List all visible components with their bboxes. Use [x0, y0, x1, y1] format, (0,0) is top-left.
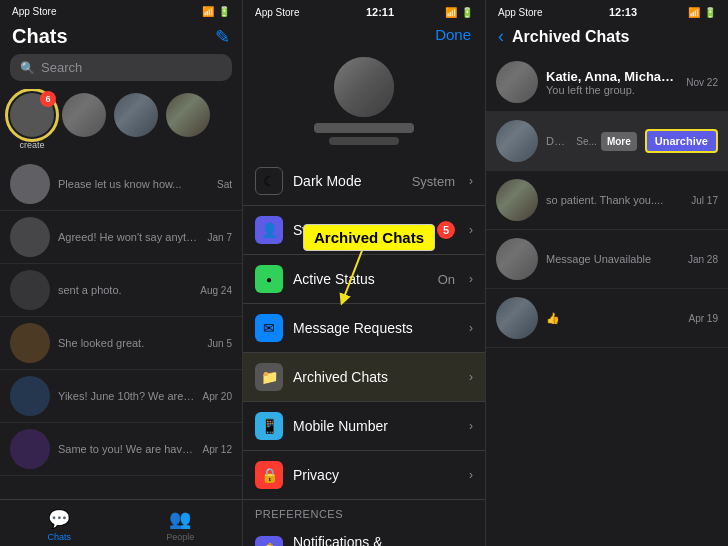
archived-preview-1: You left the group. — [546, 84, 678, 96]
chat-item-3[interactable]: sent a photo. Aug 24 — [0, 264, 242, 317]
switch-account-icon: 👤 — [255, 216, 283, 244]
story-item-2[interactable] — [62, 93, 106, 150]
settings-item-notifications[interactable]: 🔔 Notifications & Sounds Off › — [243, 524, 485, 546]
archived-title: Archived Chats — [512, 28, 716, 46]
notifications-icon: 🔔 — [255, 536, 283, 546]
panel-archived: App Store 12:13 📶 🔋 ‹ Archived Chats Kat… — [486, 0, 728, 546]
done-button[interactable]: Done — [435, 26, 471, 43]
archived-meta-5: Apr 19 — [689, 313, 718, 324]
unarchive-button[interactable]: Unarchive — [645, 129, 718, 153]
chat-content-3: sent a photo. — [58, 284, 192, 296]
archived-meta-1: Nov 22 — [686, 77, 718, 88]
settings-header: Done — [243, 22, 485, 49]
settings-item-message-requests[interactable]: ✉ Message Requests › — [243, 304, 485, 353]
chats-tab-label: Chats — [48, 532, 72, 542]
chat-meta-5: Apr 20 — [203, 391, 232, 402]
wifi-icon-p1: 🔋 — [218, 6, 230, 17]
signal-icon-p1: 📶 — [202, 6, 214, 17]
chat-content-4: She looked great. — [58, 337, 200, 349]
archived-item-1[interactable]: Katie, Anna, Michael, Richard You left t… — [486, 53, 728, 112]
settings-item-active-status[interactable]: ● Active Status On › — [243, 255, 485, 304]
back-button[interactable]: ‹ — [498, 26, 504, 47]
dark-mode-label: Dark Mode — [293, 173, 402, 189]
archived-item-4[interactable]: Message Unavailable Jan 28 — [486, 230, 728, 289]
tab-people[interactable]: 👥 People — [166, 508, 194, 542]
carrier-p2: App Store — [255, 7, 315, 18]
chats-tab-icon: 💬 — [48, 508, 70, 530]
archived-preview-3: so patient. Thank you.... — [546, 194, 683, 206]
chat-avatar-5 — [10, 376, 50, 416]
dark-mode-value: System — [412, 174, 455, 189]
profile-sub-bar — [329, 137, 399, 145]
chat-content-6: Same to you! We are having... — [58, 443, 195, 455]
archived-item-2[interactable]: Dont spoil that precious baby... Se... M… — [486, 112, 728, 171]
chat-avatar-3 — [10, 270, 50, 310]
chat-list: Please let us know how... Sat Agreed! He… — [0, 158, 242, 499]
more-button[interactable]: More — [601, 132, 637, 151]
active-status-icon: ● — [255, 265, 283, 293]
mobile-number-chevron: › — [469, 419, 473, 433]
status-icons-p3: 📶 🔋 — [688, 7, 716, 18]
archived-content-5: 👍 — [546, 312, 681, 325]
archived-item-3[interactable]: so patient. Thank you.... Jul 17 — [486, 171, 728, 230]
chat-item-6[interactable]: Same to you! We are having... Apr 12 — [0, 423, 242, 476]
chat-meta-6: Apr 12 — [203, 444, 232, 455]
status-bar-p2: App Store 12:11 📶 🔋 — [243, 0, 485, 22]
search-bar[interactable]: 🔍 Search — [10, 54, 232, 81]
archived-avatar-1 — [496, 61, 538, 103]
chat-meta-1: Sat — [217, 179, 232, 190]
archived-item-5[interactable]: 👍 Apr 19 — [486, 289, 728, 348]
status-bar-p1: App Store 📶 🔋 — [0, 0, 242, 21]
archived-chats-icon: 📁 — [255, 363, 283, 391]
panel-settings: App Store 12:11 📶 🔋 Done ☾ Dark Mode Sys… — [243, 0, 486, 546]
story-badge: 6 — [40, 91, 56, 107]
archived-chats-label: Archived Chats — [293, 369, 459, 385]
message-requests-icon: ✉ — [255, 314, 283, 342]
story-avatar-3 — [114, 93, 158, 137]
story-avatar-2 — [62, 93, 106, 137]
archived-content-3: so patient. Thank you.... — [546, 194, 683, 206]
preferences-header: PREFERENCES — [243, 500, 485, 524]
chat-preview-5: Yikes! June 10th? We are ex... — [58, 390, 195, 402]
chat-item-5[interactable]: Yikes! June 10th? We are ex... Apr 20 — [0, 370, 242, 423]
archived-meta-2: Se... — [576, 136, 597, 147]
message-requests-label: Message Requests — [293, 320, 459, 336]
chat-preview-4: She looked great. — [58, 337, 200, 349]
mobile-number-label: Mobile Number — [293, 418, 459, 434]
bottom-tabs: 💬 Chats 👥 People — [0, 499, 242, 546]
chat-content-1: Please let us know how... — [58, 178, 209, 190]
chat-preview-2: Agreed! He won't say anything... — [58, 231, 200, 243]
active-status-value: On — [438, 272, 455, 287]
story-label-create: create — [19, 140, 44, 150]
carrier-p3: App Store — [498, 7, 558, 18]
tab-chats[interactable]: 💬 Chats — [48, 508, 72, 542]
settings-item-archived-chats[interactable]: 📁 Archived Chats › — [243, 353, 485, 402]
story-item-create[interactable]: 6 create — [10, 93, 54, 150]
chat-meta-4: Jun 5 — [208, 338, 232, 349]
story-item-3[interactable] — [114, 93, 158, 150]
archived-preview-4: Message Unavailable — [546, 253, 680, 265]
chat-item-1[interactable]: Please let us know how... Sat — [0, 158, 242, 211]
story-item-4[interactable] — [166, 93, 210, 150]
settings-item-mobile-number[interactable]: 📱 Mobile Number › — [243, 402, 485, 451]
chat-item-4[interactable]: She looked great. Jun 5 — [0, 317, 242, 370]
settings-item-dark-mode[interactable]: ☾ Dark Mode System › — [243, 157, 485, 206]
profile-avatar-inner — [334, 57, 394, 117]
dark-mode-icon: ☾ — [255, 167, 283, 195]
people-tab-label: People — [166, 532, 194, 542]
chat-item-2[interactable]: Agreed! He won't say anything... Jan 7 — [0, 211, 242, 264]
archived-preview-2: Dont spoil that precious baby... — [546, 135, 568, 147]
mobile-number-icon: 📱 — [255, 412, 283, 440]
signal-icon-p2: 📶 — [445, 7, 457, 18]
search-placeholder: Search — [41, 60, 82, 75]
archived-chats-chevron: › — [469, 370, 473, 384]
chat-meta-3: Aug 24 — [200, 285, 232, 296]
chat-preview-6: Same to you! We are having... — [58, 443, 195, 455]
archived-avatar-4 — [496, 238, 538, 280]
edit-icon[interactable]: ✎ — [215, 26, 230, 48]
chat-meta-2: Jan 7 — [208, 232, 232, 243]
chats-header: Chats ✎ — [0, 21, 242, 54]
signal-icon-p3: 📶 — [688, 7, 700, 18]
settings-item-privacy[interactable]: 🔒 Privacy › — [243, 451, 485, 500]
active-status-chevron: › — [469, 272, 473, 286]
